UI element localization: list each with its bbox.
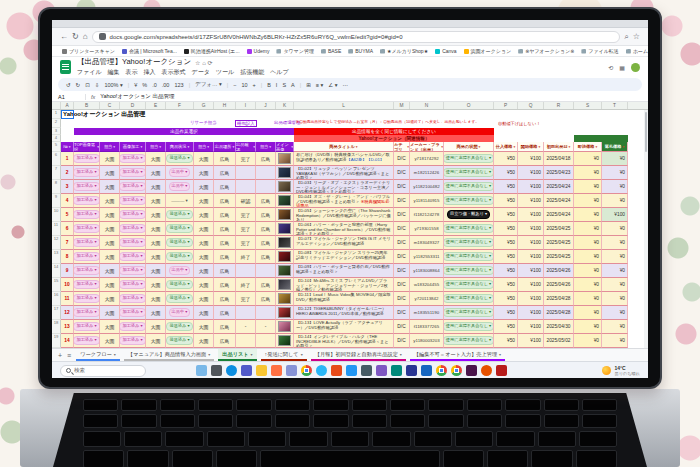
- cell-thumb[interactable]: [276, 208, 294, 222]
- status-chip[interactable]: 加工済み ▾: [120, 224, 146, 233]
- cell-title[interactable]: 【D-05】ショーシャンクの空に（The Shawshank Redemptio…: [294, 208, 394, 222]
- cell-thumb[interactable]: [276, 250, 294, 264]
- cell-proc1[interactable]: 加工済み ▾: [74, 194, 100, 208]
- history-icon[interactable]: ⟲: [608, 64, 613, 71]
- header-cell[interactable]: 開始価格▾: [518, 142, 544, 152]
- status-chip[interactable]: 発送済み ▾: [166, 224, 192, 233]
- search-icon[interactable]: ⌕: [624, 33, 628, 41]
- cell-price[interactable]: ¥0: [602, 320, 628, 334]
- cell-who3[interactable]: 大園: [194, 180, 214, 194]
- cell-n[interactable]: 8: [61, 250, 74, 264]
- apps-grid-icon[interactable]: ▦: [619, 64, 625, 71]
- header-cell[interactable]: 出品確認▾: [236, 142, 256, 152]
- cell-thumb[interactable]: [276, 306, 294, 320]
- toolbar-item[interactable]: ⊡: [85, 82, 90, 88]
- bookmark-item[interactable]: Canva: [435, 48, 456, 54]
- cell-proc2[interactable]: 加工済み ▾: [120, 180, 146, 194]
- status-chip[interactable]: 加工済み ▾: [74, 266, 100, 275]
- cell-thumb[interactable]: [276, 236, 294, 250]
- cell-place[interactable]: 広島: [214, 222, 236, 236]
- toolbar-item[interactable]: ↺: [66, 82, 71, 88]
- grid-corner[interactable]: [52, 102, 61, 109]
- tab-menu-icon[interactable]: ▾: [400, 352, 402, 357]
- cell-place[interactable]: 広島: [214, 208, 236, 222]
- filter-icon[interactable]: ▾: [269, 145, 271, 149]
- cell-who1[interactable]: 大園: [100, 236, 120, 250]
- toolbar-item[interactable]: 100% ▾: [104, 82, 122, 88]
- cell-who4[interactable]: 広島: [256, 208, 276, 222]
- bookmark-item[interactable]: ホームページ制作: [626, 48, 648, 54]
- cell-place[interactable]: 広島: [214, 278, 236, 292]
- cell-thumb[interactable]: [276, 194, 294, 208]
- cell-who2[interactable]: 大園: [146, 264, 166, 278]
- status-chip[interactable]: 加工済み ▾: [120, 168, 146, 177]
- cell-a1-text[interactable]: Yahoo!オークション 出品管理: [63, 110, 145, 119]
- status-chip[interactable]: 発送済み ▾: [166, 252, 192, 261]
- menu-item[interactable]: 挿入: [144, 68, 156, 77]
- filter-icon[interactable]: ▾: [595, 145, 597, 149]
- cell-proc2[interactable]: 加工済み ▾: [120, 292, 146, 306]
- cell-who3[interactable]: 大園: [194, 334, 214, 348]
- condition-chip[interactable]: 使用に支障不具合なし ▾: [444, 196, 494, 205]
- status-chip[interactable]: 加工済み ▾: [120, 322, 146, 331]
- cell-final[interactable]: 完了: [236, 208, 256, 222]
- cell-cond[interactable]: 使用に支障不具合なし ▾: [444, 166, 494, 180]
- column-letter-B[interactable]: B: [74, 102, 100, 109]
- cell-buyout[interactable]: ¥0: [574, 320, 602, 334]
- photos-icon[interactable]: [376, 365, 387, 376]
- cell-cost[interactable]: ¥50: [494, 264, 518, 278]
- cell-who4[interactable]: 広島: [256, 236, 276, 250]
- cell-cost[interactable]: ¥50: [494, 292, 518, 306]
- status-chip[interactable]: 出品中 ▾: [169, 182, 191, 191]
- row-number[interactable]: 12: [52, 236, 61, 250]
- reload-icon[interactable]: ↻: [72, 33, 79, 41]
- cell-proc1[interactable]: 加工済み ▾: [74, 264, 100, 278]
- column-letter-T[interactable]: T: [602, 102, 628, 109]
- column-letter-O[interactable]: O: [444, 102, 494, 109]
- cell-proc2[interactable]: 加工済み ▾: [120, 208, 146, 222]
- cell-cat[interactable]: D/C: [394, 194, 410, 208]
- cell-buyout[interactable]: ¥0: [574, 194, 602, 208]
- edge-icon[interactable]: [226, 365, 237, 376]
- toolbar-item[interactable]: ⋯: [343, 82, 349, 88]
- cell-cat[interactable]: D/C: [394, 306, 410, 320]
- cell-title[interactable]: 【D-08】マイケル・ジャクソン スリラー25周年記念リミテッドエディション／D…: [294, 250, 394, 264]
- status-chip[interactable]: 発送済み ▾: [166, 322, 192, 331]
- row-number[interactable]: 19: [52, 334, 61, 348]
- column-letter-A[interactable]: A: [61, 102, 74, 109]
- cell-cost[interactable]: ¥50: [494, 278, 518, 292]
- cell-title[interactable]: 【D-03】リーグ・オブ・エクストラオーディナリー・ジェントルメン／ショーン・コ…: [294, 180, 394, 194]
- cell-who4[interactable]: [256, 334, 276, 348]
- cell-id[interactable]: m182112426: [410, 166, 444, 180]
- cell-thumb[interactable]: [276, 166, 294, 180]
- status-chip[interactable]: 加工済み ▾: [74, 322, 100, 331]
- bookmark-item[interactable]: タワマン管理: [276, 48, 313, 54]
- cell-cost[interactable]: ¥50: [494, 334, 518, 348]
- header-cell[interactable]: メイン画像▾: [276, 142, 294, 152]
- cell-status[interactable]: 出品中 ▾: [166, 306, 194, 320]
- cell-who1[interactable]: 大園: [100, 152, 120, 166]
- bookmark-item[interactable]: 会議 | Microsoft Tea...: [122, 48, 177, 54]
- status-chip[interactable]: 発送済み ▾: [166, 238, 192, 247]
- toolbar-item[interactable]: %: [142, 82, 147, 88]
- bookmark-item[interactable]: Udemy: [247, 48, 270, 54]
- cell-proc2[interactable]: 加工済み ▾: [120, 222, 146, 236]
- cell-id[interactable]: w183204455: [410, 278, 444, 292]
- widgets-icon[interactable]: [196, 365, 207, 376]
- header-cell[interactable]: 画像加工▾: [120, 142, 146, 152]
- status-chip[interactable]: 加工済み ▾: [74, 308, 100, 317]
- filter-icon[interactable]: ▾: [253, 145, 255, 149]
- cell-who2[interactable]: 大園: [146, 152, 166, 166]
- avatar[interactable]: [631, 63, 640, 72]
- cell-cat[interactable]: D/C: [394, 222, 410, 236]
- filter-icon[interactable]: ▾: [113, 145, 115, 149]
- sheets-logo-icon[interactable]: [60, 60, 71, 74]
- cell-final[interactable]: [236, 334, 256, 348]
- row-number[interactable]: 10: [52, 208, 61, 222]
- status-chip[interactable]: 出品中 ▾: [169, 308, 191, 317]
- home-icon[interactable]: ⌂: [83, 33, 88, 41]
- header-cell[interactable]: №▾: [61, 142, 74, 152]
- cell-cost[interactable]: ¥50: [494, 222, 518, 236]
- copilot-icon[interactable]: [316, 365, 327, 376]
- cell-proc2[interactable]: 加工済み ▾: [120, 320, 146, 334]
